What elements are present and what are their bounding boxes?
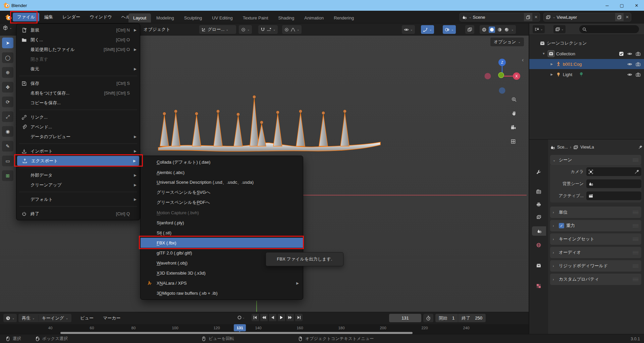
properties-tab-tool[interactable]	[534, 168, 543, 177]
tool-tweak[interactable]: ➤	[2, 38, 13, 48]
drag-dots-icon[interactable]: ::::::::::	[633, 211, 639, 214]
camera-view-button[interactable]	[511, 125, 516, 130]
field-input-カメラ[interactable]	[586, 167, 641, 176]
properties-tab-view-layer[interactable]	[534, 212, 543, 222]
breadcrumb-view-layer[interactable]: ViewLa	[580, 145, 594, 150]
breadcrumb-scene[interactable]: Sce...	[557, 145, 568, 150]
camera-toggle-icon[interactable]	[636, 72, 641, 77]
timeline-scrubber[interactable]: 406080100120140160180200220240 131	[0, 324, 529, 334]
section-キーイングセット[interactable]: ›キーイングセット::::::::::	[550, 233, 641, 245]
file-menu-item-クリーンアップ[interactable]: クリーンアップ▶	[16, 180, 140, 190]
next-keyframe-button[interactable]	[286, 314, 294, 321]
tool-select-circle[interactable]: ◯	[2, 52, 13, 63]
record-button[interactable]: ⌄	[235, 314, 247, 321]
workspace-tab-shading[interactable]: Shading	[274, 13, 299, 22]
unlink-icon[interactable]: ✕	[624, 15, 631, 19]
object-visibility-button[interactable]: ⌄	[402, 25, 415, 34]
gizmos-toggle[interactable]: ⌄	[421, 25, 434, 34]
transform-orientation-button[interactable]: グロー...⌄	[199, 25, 236, 34]
current-frame-field[interactable]: 131	[389, 314, 421, 322]
section-リジッドボディワールド[interactable]: ›リジッドボディワールド::::::::::	[550, 260, 641, 272]
snapping-button[interactable]: ⌄	[258, 25, 278, 34]
file-menu-item-最近使用したファイル[interactable]: 最近使用したファイル[Shift] [Ctrl] O▶	[16, 45, 140, 54]
properties-tab-scene[interactable]	[532, 226, 546, 236]
unlink-icon[interactable]: ✕	[532, 15, 540, 19]
section-オーディオ[interactable]: ›オーディオ::::::::::	[550, 247, 641, 258]
file-menu-item-エクスポート[interactable]: エクスポート▶	[17, 156, 139, 166]
properties-tab-render[interactable]	[534, 187, 543, 196]
pan-button[interactable]	[511, 111, 517, 116]
view-layer-selector[interactable]: ⌄ ViewLayer ✕	[543, 13, 631, 21]
export-submenu-item-Stl---stl-[interactable]: Stl (.stl)	[141, 228, 303, 238]
xray-toggle[interactable]	[465, 25, 474, 34]
camera-toggle-icon[interactable]	[636, 51, 641, 56]
export-submenu-item-XNALara---XPS[interactable]: XNALara / XPS▶	[141, 278, 303, 288]
eye-toggle-icon[interactable]	[627, 51, 632, 56]
file-menu-item-復元[interactable]: 復元▶	[16, 64, 140, 74]
editor-type-button[interactable]: ⌄	[3, 25, 12, 31]
tool-cursor[interactable]: ⊕	[2, 67, 13, 78]
file-menu-item-コピーを保存[interactable]: コピーを保存...	[16, 98, 140, 108]
pin-icon[interactable]	[638, 145, 643, 150]
section-scene[interactable]: ⌄シーン::::::::::	[550, 155, 641, 165]
file-menu-item-インポート[interactable]: インポート▶	[16, 146, 140, 156]
outliner-display-mode-button[interactable]: ⌄	[553, 25, 566, 33]
checkbox-toggle-icon[interactable]	[619, 51, 624, 56]
export-submenu-item-Universal-Scene-De[interactable]: Universal Scene Description (.usd、.usdc、…	[141, 177, 303, 187]
shading-mode-buttons[interactable]: ⌄	[480, 25, 516, 34]
timeline-menu-マーカー[interactable]: マーカー	[100, 315, 124, 321]
ortho-toggle-button[interactable]	[511, 139, 516, 144]
outliner-row-Collection[interactable]: ▼Collection	[529, 49, 644, 59]
zoom-button[interactable]	[511, 97, 517, 102]
proportional-editing-button[interactable]: ⌄	[282, 25, 302, 34]
workspace-tab-texture-paint[interactable]: Texture Paint	[238, 13, 273, 22]
drag-dots-icon[interactable]: ::::::::::	[633, 265, 639, 267]
scene-object-crown-mesh[interactable]	[154, 93, 385, 164]
workspace-tab-sculpting[interactable]: Sculpting	[179, 13, 207, 22]
section-単位[interactable]: ›単位::::::::::	[550, 207, 641, 218]
outliner-row-Light[interactable]: ▶Light	[529, 69, 644, 79]
previous-keyframe-button[interactable]	[260, 314, 268, 321]
file-menu-item-新規[interactable]: 新規[Ctrl] N▶	[16, 25, 140, 35]
timeline-menu-再生[interactable]: 再生⌄	[18, 315, 38, 321]
export-submenu-item-X3D-Extensible-3D-[interactable]: X3D Extensible 3D (.x3d)	[141, 268, 303, 278]
drag-dots-icon[interactable]: ::::::::::	[633, 238, 639, 240]
close-button[interactable]: ✕	[629, 1, 644, 10]
expander-icon[interactable]: ▶	[549, 62, 554, 66]
export-submenu-item-グリースペンシルをPDFへ[interactable]: グリースペンシルをPDFへ	[141, 197, 303, 208]
menubar-item-レンダー[interactable]: レンダー	[58, 13, 85, 21]
file-menu-item-保存[interactable]: 保存[Ctrl] S	[16, 78, 140, 88]
tool-rotate[interactable]: ⟳	[2, 97, 13, 107]
export-submenu-item-3DMigoto-raw-buffe[interactable]: 3DMigoto raw buffers (.vb + .ib)	[141, 288, 303, 298]
outliner-search-input[interactable]	[579, 25, 639, 33]
menubar-item-ファイル[interactable]: ファイル	[13, 13, 39, 21]
maximize-button[interactable]: ▢	[614, 1, 629, 10]
properties-tab-world[interactable]	[534, 240, 543, 250]
tool-move[interactable]: ✥	[2, 82, 13, 93]
drag-dots-icon[interactable]: ::::::::::	[633, 224, 639, 227]
export-submenu-item-FBX---fbx-[interactable]: FBX (.fbx)	[141, 238, 303, 248]
section-重力[interactable]: ›✓重力::::::::::	[550, 220, 641, 231]
checkbox-icon[interactable]: ✓	[559, 223, 564, 228]
export-submenu-item-グリースペンシルをSVGへ[interactable]: グリースペンシルをSVGへ	[141, 187, 303, 197]
end-frame-field[interactable]: 終了250	[458, 314, 486, 322]
collapse-panel-arrow[interactable]: ‹	[522, 57, 524, 63]
dropper-icon[interactable]	[634, 169, 639, 174]
file-menu-item-名前をつけて保存[interactable]: 名前をつけて保存...[Shift] [Ctrl] S	[16, 88, 140, 98]
properties-tab-texture[interactable]	[534, 281, 543, 291]
menubar-item-ウィンドウ[interactable]: ウィンドウ	[85, 13, 116, 21]
eye-toggle-icon[interactable]	[627, 62, 632, 67]
file-menu-item-開く[interactable]: 開く...[Ctrl] O	[16, 35, 140, 45]
export-submenu-item-Collada--デフォルト----[interactable]: Collada (デフォルト) (.dae)	[141, 157, 303, 167]
properties-tab-collection[interactable]	[534, 261, 543, 270]
field-input-アクティブ...[interactable]	[586, 191, 641, 200]
timeline-menu-ビュー[interactable]: ビュー	[77, 315, 97, 321]
file-menu-item-データのプレビュー[interactable]: データのプレビュー▶	[16, 132, 140, 141]
properties-tab-output[interactable]	[534, 200, 543, 209]
timeline-editor-type-button[interactable]: ⌄	[3, 314, 17, 322]
start-frame-field[interactable]: 開始1	[435, 314, 458, 322]
workspace-tab-modeling[interactable]: Modeling	[152, 13, 179, 22]
eye-toggle-icon[interactable]	[627, 72, 632, 77]
expander-icon[interactable]: ▼	[541, 52, 546, 55]
camera-toggle-icon[interactable]	[636, 62, 641, 67]
